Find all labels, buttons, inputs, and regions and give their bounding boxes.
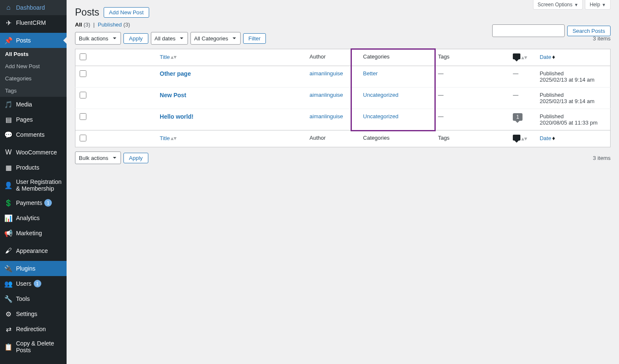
post-category-link[interactable]: Better [363, 70, 378, 77]
sidebar-item-label: Dashboard [16, 4, 45, 11]
pin-icon: 📌 [4, 36, 13, 45]
bulk-actions-select-bottom[interactable]: Bulk actions [75, 151, 121, 164]
plugins-icon: 🔌 [4, 264, 13, 273]
post-comments: 1 [509, 109, 536, 130]
sort-icon: ▴▾ [171, 135, 177, 141]
apply-button-bottom[interactable]: Apply [123, 153, 148, 163]
comment-count-bubble[interactable]: 1 [513, 113, 523, 121]
item-count-bottom: 3 items [593, 155, 611, 161]
post-tags: — [434, 109, 509, 130]
redirection-icon: ⇄ [4, 325, 13, 333]
column-categories-footer[interactable]: Categories [359, 130, 434, 147]
select-all-checkbox-top[interactable] [80, 53, 86, 60]
sidebar-item-pages[interactable]: ▤Pages [0, 112, 67, 127]
column-tags-header[interactable]: Tags [434, 49, 509, 66]
sidebar-item-dashboard[interactable]: ⌂Dashboard [0, 0, 67, 15]
select-all-checkbox-bottom[interactable] [80, 135, 86, 141]
post-author-link[interactable]: aimanlinguise [310, 92, 343, 98]
appearance-icon: 🖌 [4, 247, 13, 255]
sidebar-item-label: Analytics [16, 215, 40, 221]
add-new-post-button[interactable]: Add New Post [104, 7, 149, 18]
column-title-header[interactable]: Title [160, 54, 170, 60]
column-comments-header[interactable]: ▴▾ [509, 49, 536, 66]
filter-all[interactable]: All [75, 21, 82, 28]
category-filter-select[interactable]: All Categories [190, 32, 241, 45]
table-row: Other pageaimanlinguiseBetter——Published… [75, 66, 611, 88]
row-checkbox[interactable] [80, 70, 86, 77]
post-title-link[interactable]: Hello world! [160, 113, 193, 120]
sidebar-item-label: Plugins [16, 265, 35, 272]
post-date: Published2025/02/13 at 9:14 am [536, 66, 611, 88]
column-title-footer[interactable]: Title [160, 135, 170, 141]
search-input[interactable] [492, 24, 565, 37]
sidebar-item-marketing[interactable]: 📢Marketing [0, 226, 67, 241]
sidebar-item-payments[interactable]: 💲Payments1 [0, 195, 67, 210]
help-tab[interactable]: Help▼ [585, 0, 611, 10]
filter-button[interactable]: Filter [243, 33, 266, 44]
sort-icon: ♦ [552, 53, 555, 60]
date-filter-select[interactable]: All dates [151, 32, 188, 45]
sidebar-item-user-registration-membership[interactable]: 👤User Registration & Membership [0, 175, 67, 195]
search-posts-button[interactable]: Search Posts [567, 26, 611, 36]
sidebar-item-comments[interactable]: 💬Comments [0, 127, 67, 142]
post-date: Published2020/08/05 at 11:33 pm [536, 109, 611, 130]
submenu-item-categories[interactable]: Categories [0, 72, 67, 85]
sidebar-item-plugins[interactable]: 🔌Plugins [0, 261, 67, 276]
post-date: Published2025/02/13 at 9:14 am [536, 88, 611, 109]
sidebar-item-redirection[interactable]: ⇄Redirection [0, 321, 67, 337]
submenu-item-all-posts[interactable]: All Posts [0, 48, 67, 60]
submenu-item-add-new-post[interactable]: Add New Post [0, 60, 67, 72]
screen-options-tab[interactable]: Screen Options▼ [533, 0, 583, 10]
sidebar-item-media[interactable]: 🎵Media [0, 97, 67, 112]
post-author-link[interactable]: aimanlinguise [310, 70, 343, 77]
column-tags-footer[interactable]: Tags [434, 130, 509, 147]
sidebar-item-posts[interactable]: 📌Posts [0, 33, 67, 48]
sidebar-item-label: Marketing [16, 230, 42, 236]
userreg-icon: 👤 [4, 181, 13, 189]
post-title-link[interactable]: Other page [160, 70, 191, 77]
column-date-header[interactable]: Date [540, 54, 551, 60]
copyposts-icon: 📋 [4, 343, 13, 351]
tools-icon: 🔧 [4, 295, 13, 303]
woo-icon: W [4, 148, 13, 157]
row-checkbox[interactable] [80, 113, 86, 120]
sidebar-item-analytics[interactable]: 📊Analytics [0, 210, 67, 226]
comment-icon [513, 135, 520, 141]
post-title-link[interactable]: New Post [160, 92, 186, 98]
settings-icon: ⚙ [4, 310, 13, 318]
badge: 1 [34, 280, 41, 287]
media-icon: 🎵 [4, 100, 13, 109]
post-comments: — [509, 66, 536, 88]
column-author-header[interactable]: Author [305, 49, 359, 66]
submenu-item-tags[interactable]: Tags [0, 85, 67, 97]
sidebar-item-tools[interactable]: 🔧Tools [0, 291, 67, 306]
comments-icon: 💬 [4, 130, 13, 139]
sidebar-item-appearance[interactable]: 🖌Appearance [0, 243, 67, 258]
main-content: Screen Options▼ Help▼ Posts Add New Post… [67, 0, 619, 364]
row-checkbox[interactable] [80, 92, 86, 98]
sidebar-item-products[interactable]: ▦Products [0, 160, 67, 175]
page-title: Posts [75, 7, 99, 18]
pages-icon: ▤ [4, 115, 13, 124]
sidebar-item-woocommerce[interactable]: WWooCommerce [0, 145, 67, 160]
sidebar-item-users[interactable]: 👥Users1 [0, 276, 67, 291]
sidebar-item-settings[interactable]: ⚙Settings [0, 306, 67, 321]
table-row: Hello world!aimanlinguiseUncategorized—1… [75, 109, 611, 130]
sidebar-item-fluentcrm[interactable]: ✈FluentCRM [0, 15, 67, 30]
column-comments-footer[interactable]: ▴▾ [509, 130, 536, 147]
apply-button-top[interactable]: Apply [123, 33, 148, 44]
sort-icon: ▴▾ [171, 53, 177, 60]
users-icon: 👥 [4, 279, 13, 288]
column-author-footer[interactable]: Author [305, 130, 359, 147]
sidebar-item-label: Tools [16, 295, 30, 302]
sidebar-item-label: Copy & Delete Posts [16, 340, 62, 353]
post-category-link[interactable]: Uncategorized [363, 113, 399, 120]
post-category-link[interactable]: Uncategorized [363, 92, 399, 98]
column-date-footer[interactable]: Date [540, 135, 551, 141]
post-author-link[interactable]: aimanlinguise [310, 113, 343, 120]
bulk-actions-select-top[interactable]: Bulk actions [75, 32, 121, 45]
posts-table: Title▴▾ Author Categories Tags ▴▾ Date♦ … [75, 49, 611, 147]
column-categories-header[interactable]: Categories [359, 49, 434, 66]
sidebar-item-copy-delete-posts[interactable]: 📋Copy & Delete Posts [0, 337, 67, 357]
filter-published[interactable]: Published [98, 21, 122, 28]
